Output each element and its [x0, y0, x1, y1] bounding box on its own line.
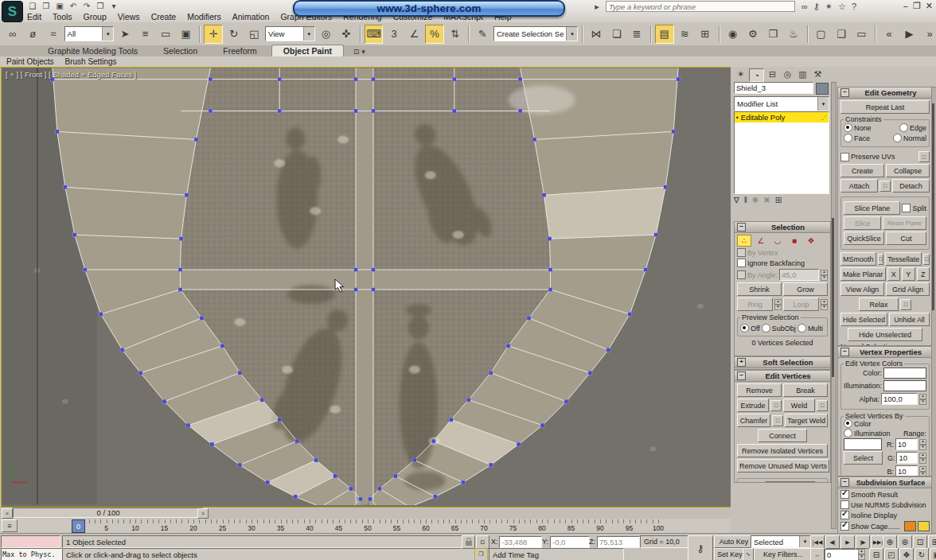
time-slider-handle[interactable]: 0 / 100 — [13, 508, 204, 518]
tessellate-button[interactable]: Tessellate — [885, 252, 922, 266]
review-forward-icon[interactable]: » — [920, 25, 936, 44]
infocenter-expand-icon[interactable]: ▸ — [595, 2, 599, 12]
save-file-icon[interactable]: ▣ — [54, 2, 65, 11]
constraint-edge-radio[interactable] — [899, 123, 908, 132]
bind-to-space-warp-icon[interactable]: ≈ — [44, 25, 63, 44]
element-mode-icon[interactable]: ❖ — [804, 235, 818, 247]
minimize-button[interactable]: − — [903, 2, 907, 11]
configure-modifier-sets-icon[interactable]: ⊞ — [775, 196, 782, 204]
by-vertex-checkbox[interactable] — [737, 248, 746, 257]
reset-plane-button[interactable]: Reset Plane — [883, 216, 926, 230]
preview-multi-radio[interactable] — [798, 324, 806, 332]
remove-isolated-vertices-button[interactable]: Remove Isolated Vertices — [737, 444, 828, 457]
grow-button[interactable]: Grow — [783, 282, 828, 296]
detach-button[interactable]: Detach — [892, 179, 930, 192]
snap-toggle-3d-icon[interactable]: 3 — [384, 25, 404, 44]
render-capsule-icon[interactable]: ▭ — [852, 25, 872, 44]
select-by-illumination-radio[interactable] — [844, 429, 852, 438]
range-g-spinner[interactable]: ▲▼ — [919, 453, 926, 464]
menu-create[interactable]: Create — [151, 12, 177, 21]
menu-modifiers[interactable]: Modifiers — [187, 12, 221, 21]
ribbon-subtab-paint-objects[interactable]: Paint Objects — [6, 57, 53, 66]
subscription-key-icon[interactable]: ⚷ — [813, 2, 820, 12]
3dsmax-logo-icon[interactable]: S — [2, 1, 23, 22]
selection-filter-dropdown[interactable]: All▾ — [64, 26, 115, 41]
slice-plane-button[interactable]: Slice Plane — [844, 201, 900, 215]
restore-button[interactable]: ❐ — [913, 1, 921, 11]
select-by-name-icon[interactable]: ≡ — [136, 25, 155, 44]
by-angle-checkbox[interactable] — [737, 270, 746, 279]
modifier-stack[interactable]: ▪Editable Poly⋰ — [734, 111, 829, 194]
grid-align-button[interactable]: Grid Align — [886, 282, 930, 296]
repeat-last-button[interactable]: Repeat Last — [840, 100, 930, 114]
zoom-extents-all-icon[interactable]: ⊞ — [928, 535, 936, 549]
keyboard-shortcut-override-icon[interactable]: ⌨ — [365, 25, 384, 44]
planar-x-button[interactable]: X — [887, 267, 900, 281]
weight-field[interactable] — [766, 481, 816, 483]
ribbon-tab-selection[interactable]: Selection — [152, 45, 209, 56]
mirror-icon[interactable]: ⋈ — [587, 25, 606, 44]
create-button[interactable]: Create — [840, 164, 884, 177]
use-nurms-checkbox[interactable] — [840, 500, 849, 509]
zoom-extents-icon[interactable]: ⊡ — [913, 535, 927, 549]
view-align-button[interactable]: View Align — [840, 282, 884, 296]
vertex-properties-header[interactable]: −Vertex Properties — [838, 347, 932, 358]
constraint-none-radio[interactable] — [844, 123, 852, 132]
remove-unused-map-verts-button[interactable]: Remove Unused Map Verts — [737, 459, 829, 472]
track-bar[interactable]: ≡ 51015202530354045505560657075808590951… — [0, 519, 731, 534]
field-of-view-icon[interactable]: ◰ — [884, 548, 899, 560]
menu-edit[interactable]: Edit — [27, 12, 41, 21]
pin-stack-icon[interactable]: ∇ — [734, 196, 739, 204]
soft-selection-header[interactable]: +Soft Selection — [735, 357, 830, 368]
vertex-illumination-swatch[interactable] — [883, 380, 926, 391]
percent-snap-toggle-icon[interactable]: % — [425, 25, 444, 44]
maxscript-listener-field[interactable]: Max to Physc. — [1, 548, 62, 560]
cage-color-swatch[interactable] — [904, 521, 916, 531]
search-binoculars-icon[interactable]: ∞ — [801, 2, 808, 12]
chamfer-settings-icon[interactable]: □ — [772, 415, 783, 426]
schematic-view-icon[interactable]: ⊞ — [696, 25, 715, 44]
tab-hierarchy-icon[interactable]: ⊟ — [766, 68, 779, 80]
selection-lock-toggle[interactable] — [462, 535, 475, 549]
layer-manager-icon[interactable]: ≣ — [627, 25, 646, 44]
zoom-icon[interactable]: ⊕ — [883, 535, 897, 549]
rectangular-selection-region-icon[interactable]: ▭ — [156, 25, 175, 44]
search-input[interactable] — [606, 1, 795, 12]
edit-named-selection-sets-icon[interactable]: ✎ — [473, 25, 492, 44]
constraint-normal-radio[interactable] — [893, 134, 902, 142]
fetch-icon[interactable]: ❐ — [95, 2, 106, 11]
viewport-canvas[interactable] — [2, 68, 729, 507]
align-icon[interactable]: ❏ — [607, 25, 626, 44]
z-coordinate-field[interactable]: 75,513 — [597, 536, 640, 548]
y-coordinate-field[interactable]: -0,0 — [550, 536, 590, 548]
select-and-rotate-icon[interactable]: ↻ — [224, 25, 244, 44]
render-setup-icon[interactable]: ⚙ — [743, 25, 762, 44]
open-file-icon[interactable]: ❒ — [41, 2, 52, 11]
remove-button[interactable]: Remove — [737, 383, 782, 397]
constraint-face-radio[interactable] — [844, 134, 852, 142]
ribbon-tab-graphite-modeling-tools[interactable]: Graphite Modeling Tools — [37, 45, 149, 56]
mini-curve-editor-icon[interactable]: ≡ — [2, 519, 18, 532]
menu-tools[interactable]: Tools — [53, 12, 72, 21]
ribbon-subtab-brush-settings[interactable]: Brush Settings — [64, 57, 116, 66]
named-selection-sets-dropdown[interactable]: Create Selection Se▾ — [493, 26, 579, 41]
msmooth-button[interactable]: MSmooth — [840, 252, 876, 266]
window-crossing-toggle-icon[interactable]: ▣ — [177, 25, 196, 44]
polygon-mode-icon[interactable]: ■ — [787, 235, 801, 247]
cut-button[interactable]: Cut — [886, 231, 926, 245]
ignore-backfacing-checkbox[interactable] — [737, 259, 746, 267]
orbit-icon[interactable]: ↻ — [915, 548, 929, 560]
relax-settings-icon[interactable]: □ — [900, 299, 911, 310]
select-object-icon[interactable]: ➤ — [115, 25, 135, 44]
hide-unselected-button[interactable]: Hide Unselected — [848, 328, 922, 341]
render-cube-icon[interactable]: ❑ — [832, 25, 851, 44]
extrude-settings-icon[interactable]: □ — [770, 400, 782, 411]
key-mode-toggle-icon[interactable]: ↔ — [810, 548, 825, 560]
preserve-uvs-settings-icon[interactable]: □ — [918, 151, 930, 162]
use-pivot-point-center-icon[interactable]: ◎ — [317, 25, 336, 44]
border-mode-icon[interactable]: ◡ — [770, 235, 785, 247]
relax-button[interactable]: Relax — [859, 298, 899, 311]
current-frame-field[interactable]: 0 — [825, 549, 861, 560]
add-time-tag[interactable]: Add Time Tag — [489, 548, 624, 560]
go-to-start-icon[interactable]: |◀◀ — [810, 535, 825, 549]
